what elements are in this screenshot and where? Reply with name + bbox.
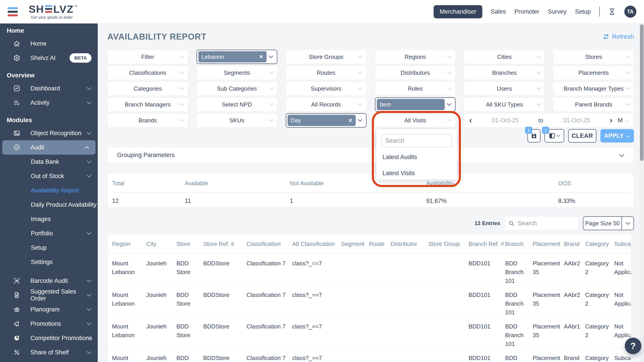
refresh-button[interactable]: Refresh	[603, 33, 634, 40]
hourglass-icon[interactable]	[608, 8, 616, 16]
prev-period-icon[interactable]: ‹	[469, 116, 472, 124]
country-dropdown[interactable]: Lebanon✕	[196, 50, 277, 64]
branches-dropdown[interactable]: Branches	[464, 66, 545, 80]
period-mode-dropdown[interactable]: M	[618, 117, 629, 124]
distributors-dropdown[interactable]: Distributors	[375, 66, 456, 80]
roles-dropdown[interactable]: Roles	[375, 82, 456, 96]
sidebar-item-stock-count[interactable]: Stock Count	[0, 359, 98, 362]
scrollbar-thumb[interactable]	[640, 24, 644, 161]
sidebar-item-audit[interactable]: Audit	[2, 140, 96, 155]
column-header[interactable]: City	[142, 240, 172, 247]
column-header[interactable]: Classification	[242, 240, 288, 247]
next-period-icon[interactable]: ›	[610, 116, 612, 124]
user-avatar[interactable]: TA	[624, 6, 636, 18]
all-records-dropdown[interactable]: All Records	[286, 97, 366, 112]
sidebar-item-activity[interactable]: Activity	[0, 96, 98, 110]
cities-dropdown[interactable]: Cities	[464, 50, 545, 64]
save-filter-button[interactable]: i	[528, 129, 540, 143]
sidebar-item-home[interactable]: Home	[0, 37, 98, 51]
help-button[interactable]: ?	[625, 338, 641, 354]
table-row[interactable]: Mount Lebanon Jounieh BDD Store BDDStore…	[108, 348, 631, 362]
column-header[interactable]: Store	[172, 240, 199, 247]
parent-brands-dropdown[interactable]: Parent Brands	[553, 97, 634, 112]
column-header[interactable]: Region	[108, 240, 142, 247]
nav-item[interactable]: Setup	[575, 8, 591, 15]
sidebar-item-share-of-shelf[interactable]: Share of Shelf	[0, 345, 98, 359]
table-search-input[interactable]	[518, 220, 575, 227]
branch-manager-types-dropdown[interactable]: Branch Manager Types	[553, 82, 634, 96]
visits-search-input[interactable]	[382, 134, 452, 147]
sidebar-subitem[interactable]: Out of Stock	[0, 169, 98, 183]
stores-dropdown[interactable]: Stores	[553, 50, 634, 64]
routes-dropdown[interactable]: Routes	[286, 66, 366, 80]
branch-managers-dropdown[interactable]: Branch Managers	[107, 97, 188, 112]
placements-dropdown[interactable]: Placements	[553, 66, 634, 80]
classifications-dropdown[interactable]: Classifications	[107, 66, 188, 80]
apply-button[interactable]: APPLY	[600, 129, 634, 143]
sidebar-subitem[interactable]: Images	[0, 212, 98, 226]
column-header[interactable]: Segment	[337, 240, 365, 247]
regions-dropdown[interactable]: Regions	[375, 50, 456, 64]
users-dropdown[interactable]: Users	[464, 82, 545, 96]
sidebar-subitem[interactable]: Setup	[0, 240, 98, 255]
sidebar-item-planogram[interactable]: Planogram	[0, 302, 98, 316]
nav-item[interactable]: Sales	[491, 8, 506, 15]
column-header[interactable]: Route	[365, 240, 386, 247]
table-row[interactable]: Mount Lebanon Jounieh BDD Store BDDStore…	[108, 285, 631, 317]
sidebar-item-shelvz-ai[interactable]: Shelvz AI BETA	[0, 51, 98, 65]
sidebar-item-barcode-audit[interactable]: Barcode Audit	[0, 274, 98, 288]
sidebar-subitem[interactable]: Daily Product Availability	[0, 198, 98, 212]
remove-tag-icon[interactable]: ✕	[259, 54, 263, 60]
supervisors-dropdown[interactable]: Supervisors	[286, 82, 366, 96]
sidebar-item-suggested-sales-order[interactable]: Suggested Sales Order	[0, 288, 98, 302]
sidebar-subitem[interactable]: Portfolio	[0, 226, 98, 240]
sidebar-item-dashboard[interactable]: Dashboard	[0, 81, 98, 96]
column-header[interactable]: Store Ref. #	[199, 240, 242, 247]
store-groups-dropdown[interactable]: Store Groups	[286, 50, 366, 64]
sidebar-subitem[interactable]: Availability Report	[0, 183, 98, 198]
remove-tag-icon[interactable]: ✕	[348, 118, 352, 124]
menu-icon[interactable]	[8, 6, 18, 18]
nav-item[interactable]: Survey	[548, 8, 566, 15]
column-header[interactable]: Store Group	[424, 240, 464, 247]
day-dropdown[interactable]: Day✕	[286, 113, 366, 128]
item-dropdown[interactable]: Item	[375, 97, 456, 112]
column-header[interactable]: Subcategory	[610, 240, 631, 247]
sidebar-subitem[interactable]: Data Bank	[0, 155, 98, 169]
visits-option[interactable]: Latest Audits	[382, 149, 452, 165]
clear-button[interactable]: CLEAR	[568, 129, 596, 143]
all-sku-types-dropdown[interactable]: All SKU Types	[464, 97, 545, 112]
column-header[interactable]: Placement	[528, 240, 560, 247]
categories-dropdown[interactable]: Categories	[107, 82, 188, 96]
scrollbar-track[interactable]	[640, 24, 644, 362]
column-header[interactable]: Branch	[501, 240, 528, 247]
date-from[interactable]: 01-Oct-25	[492, 117, 518, 124]
grouping-parameters-panel[interactable]: Grouping Parameters	[107, 147, 634, 163]
sidebar-item-object-recognition[interactable]: Object Recognition	[0, 126, 98, 140]
visits-option[interactable]: Latest Visits	[382, 165, 452, 181]
skus-dropdown[interactable]: SKUs	[196, 113, 277, 128]
column-header[interactable]: Distributor	[386, 240, 424, 247]
nav-item[interactable]: Merchandiser	[434, 5, 482, 18]
date-to[interactable]: 31-Oct-25	[563, 117, 590, 124]
sub-categories-dropdown[interactable]: Sub Categories	[196, 82, 277, 96]
select-npd-dropdown[interactable]: Select NPD	[196, 97, 277, 112]
segments-dropdown[interactable]: Segments	[196, 66, 277, 80]
column-header[interactable]: Category	[581, 240, 610, 247]
sidebar-item-promotions[interactable]: Promotions	[0, 316, 98, 331]
column-header[interactable]: Brand	[560, 240, 581, 247]
brands-dropdown[interactable]: Brands	[107, 113, 188, 128]
cell-distributor	[386, 317, 424, 348]
filter-dropdown[interactable]: Filter	[107, 50, 188, 64]
sidebar-subitem[interactable]: Settings	[0, 255, 98, 269]
column-header[interactable]: Branch Ref. #	[464, 240, 501, 247]
chevron-down-icon[interactable]	[622, 217, 634, 230]
page-size-selector[interactable]: Page Size 50	[583, 216, 634, 230]
nav-item[interactable]: Promoter	[514, 8, 539, 15]
sidebar-item-competitor-promotions[interactable]: Competitor Promotions	[0, 331, 98, 345]
table-row[interactable]: Mount Lebanon Jounieh BDD Store BDDStore…	[108, 254, 631, 285]
column-header[interactable]: Alt Classification	[288, 240, 337, 247]
columns-button[interactable]: i	[544, 129, 564, 143]
table-row[interactable]: Mount Lebanon Jounieh BDD Store BDDStore…	[108, 317, 631, 348]
visits-dropdown[interactable]: All Visits	[375, 113, 456, 128]
